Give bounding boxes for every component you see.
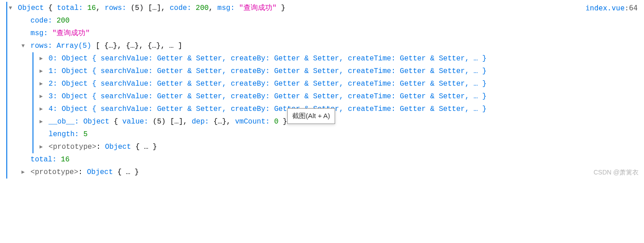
array-item-3[interactable]: ▶ 3: Object { searchValue: Getter & Sett…: [38, 90, 517, 103]
array-item-4[interactable]: ▶ 4: Object { searchValue: Getter & Sett…: [38, 103, 517, 115]
array-item-2[interactable]: ▶ 2: Object { searchValue: Getter & Sett…: [38, 78, 517, 90]
watermark: CSDN @萧篱衣: [593, 167, 639, 178]
chevron-right-icon[interactable]: ▶: [20, 168, 26, 177]
prop-ob[interactable]: ▶ __ob__: Object { value: (5) […], dep: …: [38, 115, 639, 128]
chevron-right-icon[interactable]: ▶: [38, 105, 44, 114]
prop-code[interactable]: code: 200: [20, 14, 639, 27]
chevron-right-icon[interactable]: ▶: [38, 54, 44, 64]
screenshot-tooltip: 截图(Alt + A): [287, 108, 335, 124]
source-line: 64: [629, 4, 638, 12]
array-item-0[interactable]: ▶ 0: Object { searchValue: Getter & Sett…: [38, 52, 517, 65]
chevron-right-icon[interactable]: ▶: [38, 117, 44, 127]
prop-root-prototype[interactable]: ▶ <prototype>: Object { … }: [20, 166, 639, 179]
chevron-right-icon[interactable]: ▶: [38, 79, 44, 89]
prop-rows-prototype[interactable]: ▶ <prototype>: Object { … }: [38, 141, 639, 153]
prop-rows[interactable]: ▼ rows: Array(5) [ {…}, {…}, {…}, … ]: [20, 40, 639, 52]
chevron-down-icon[interactable]: ▼: [7, 4, 14, 13]
prop-total[interactable]: total: 16: [20, 153, 639, 166]
source-file[interactable]: index.vue: [585, 4, 625, 12]
object-type: Object: [18, 4, 44, 12]
prop-length[interactable]: length: 5: [38, 128, 639, 141]
source-link[interactable]: index.vue:64: [585, 2, 638, 14]
chevron-down-icon[interactable]: ▼: [20, 41, 26, 51]
console-object-tree: ▼ Object { total: 16, rows: (5) […], cod…: [6, 2, 639, 179]
array-item-1[interactable]: ▶ 1: Object { searchValue: Getter & Sett…: [38, 65, 517, 78]
chevron-right-icon[interactable]: ▶: [38, 92, 44, 101]
chevron-right-icon[interactable]: ▶: [38, 67, 44, 76]
root-object-row[interactable]: ▼ Object { total: 16, rows: (5) […], cod…: [7, 2, 639, 14]
prop-msg[interactable]: msg: "查询成功": [20, 27, 639, 40]
chevron-right-icon[interactable]: ▶: [38, 142, 44, 152]
